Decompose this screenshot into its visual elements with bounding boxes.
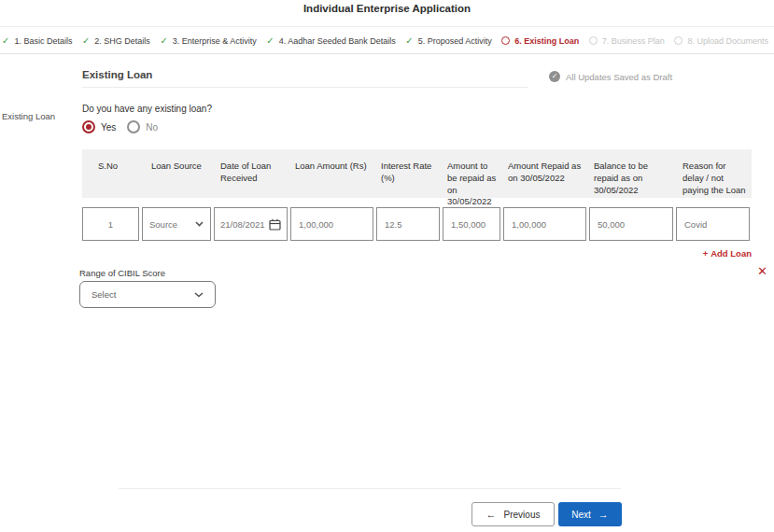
next-label: Next — [571, 510, 591, 520]
step-shg-details[interactable]: ✓ 2. SHG Details — [82, 36, 150, 46]
step-label: 6. Existing Loan — [514, 36, 579, 46]
radio-no-circle-icon — [127, 120, 140, 133]
step-basic-details[interactable]: ✓ 1. Basic Details — [2, 36, 72, 46]
page-title: Individual Enterprise Application — [303, 0, 471, 26]
step-circle-icon — [501, 36, 510, 45]
radio-yes[interactable]: Yes — [82, 120, 116, 133]
section-title: Existing Loan — [82, 69, 152, 80]
radio-no-label: No — [146, 122, 158, 133]
add-loan-button[interactable]: + Add Loan — [703, 248, 752, 259]
col-balance: Balance to be repaid as on 30/05/2022 — [588, 149, 675, 198]
interest-rate-field[interactable]: 12.5 — [376, 207, 440, 241]
col-loan-amount: Loan Amount (Rs) — [288, 149, 374, 198]
cibil-score-label: Range of CIBIL Score — [79, 268, 165, 278]
chevron-down-icon — [195, 221, 204, 227]
cibil-score-select[interactable]: Select — [79, 281, 216, 308]
step-label: 7. Business Plan — [602, 36, 665, 46]
check-icon: ✓ — [266, 36, 274, 46]
reason-field[interactable]: Covid — [676, 207, 750, 241]
date-received-value: 21/08/2021 — [220, 219, 265, 230]
top-bar: Individual Enterprise Application — [0, 0, 774, 27]
check-icon: ✓ — [405, 36, 413, 46]
step-label: 3. Enterprise & Activity — [173, 36, 257, 46]
saved-check-icon: ✓ — [549, 71, 560, 82]
col-sno: S.No — [82, 149, 142, 198]
individual-enterprise-application-page: Individual Enterprise Application ✓ 1. B… — [0, 0, 774, 532]
step-circle-icon — [674, 36, 683, 45]
loan-amount-field[interactable]: 1,00,000 — [290, 207, 373, 241]
col-reason: Reason for delay / not paying the Loan — [675, 149, 752, 198]
close-icon[interactable]: ✕ — [757, 265, 767, 277]
col-interest-rate: Interest Rate (%) — [374, 149, 441, 198]
radio-yes-circle-icon — [82, 120, 95, 133]
chevron-down-icon — [194, 292, 204, 298]
sno-field[interactable]: 1 — [82, 207, 139, 241]
step-existing-loan[interactable]: 6. Existing Loan — [501, 36, 579, 46]
existing-loan-question: Do you have any existing loan? — [82, 104, 212, 114]
amount-repaid-field[interactable]: 1,00,000 — [503, 207, 586, 241]
step-label: 4. Aadhar Seeded Bank Details — [279, 36, 396, 46]
step-label: 8. Upload Documents — [687, 36, 768, 46]
loan-source-value: Source — [149, 219, 177, 230]
col-amount-repaid: Amount Repaid as on 30/05/2022 — [502, 149, 588, 198]
col-date-received: Date of Loan Received — [213, 149, 288, 198]
check-icon: ✓ — [2, 36, 9, 46]
arrow-right-icon: → — [598, 510, 609, 520]
step-enterprise-activity[interactable]: ✓ 3. Enterprise & Activity — [160, 36, 256, 46]
footer-divider — [119, 488, 621, 489]
next-button[interactable]: Next → — [558, 502, 622, 526]
add-loan-label: Add Loan — [711, 248, 752, 259]
step-aadhar-seeded-bank-details[interactable]: ✓ 4. Aadhar Seeded Bank Details — [266, 36, 395, 46]
sidebar-item-existing-loan: Existing Loan — [2, 111, 55, 121]
col-loan-source: Loan Source — [142, 149, 213, 198]
section-divider — [82, 87, 528, 88]
amount-to-be-repaid-field[interactable]: 1,50,000 — [443, 207, 500, 241]
radio-selected-dot — [86, 124, 91, 130]
step-business-plan[interactable]: 7. Business Plan — [589, 36, 665, 46]
balance-field[interactable]: 50,000 — [589, 207, 673, 241]
col-amount-to-be-repaid: Amount to be repaid as on 30/05/2022 — [441, 149, 502, 198]
previous-button[interactable]: ← Previous — [471, 502, 555, 526]
previous-label: Previous — [504, 510, 541, 520]
stepper: ✓ 1. Basic Details ✓ 2. SHG Details ✓ 3.… — [0, 28, 774, 54]
existing-loan-radio-group: Yes No — [82, 120, 158, 133]
arrow-left-icon: ← — [486, 510, 497, 520]
radio-yes-label: Yes — [101, 122, 116, 133]
step-upload-documents[interactable]: 8. Upload Documents — [674, 36, 768, 46]
step-label: 2. SHG Details — [94, 36, 150, 46]
calendar-icon[interactable] — [269, 218, 281, 231]
loan-table-header: S.No Loan Source Date of Loan Received L… — [82, 149, 752, 198]
check-icon: ✓ — [160, 36, 167, 46]
plus-icon: + — [703, 248, 709, 259]
step-circle-icon — [589, 36, 598, 45]
date-received-field[interactable]: 21/08/2021 — [214, 207, 288, 241]
draft-status-text: All Updates Saved as Draft — [566, 72, 672, 82]
cibil-selected-value: Select — [91, 289, 116, 300]
step-proposed-activity[interactable]: ✓ 5. Proposed Activity — [405, 36, 491, 46]
step-label: 5. Proposed Activity — [418, 36, 492, 46]
loan-source-select[interactable]: Source — [142, 207, 211, 241]
draft-status: ✓ All Updates Saved as Draft — [549, 71, 672, 82]
step-label: 1. Basic Details — [14, 36, 72, 46]
loan-table-row: 1 Source 21/08/2021 1,00,000 12.5 1,50,0… — [82, 207, 752, 241]
add-loan-row: + Add Loan — [82, 244, 752, 260]
check-icon: ✓ — [82, 36, 90, 46]
radio-no[interactable]: No — [127, 120, 158, 133]
